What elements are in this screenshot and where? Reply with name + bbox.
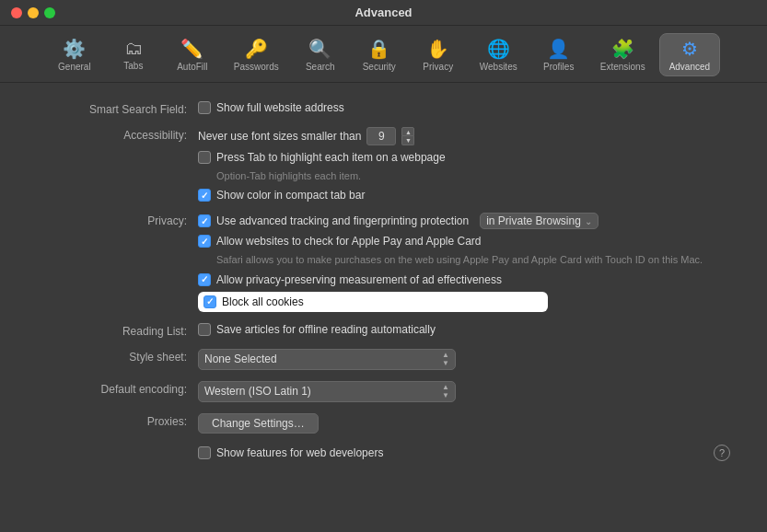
- accessibility-row: Accessibility: Never use font sizes smal…: [37, 127, 730, 202]
- help-button[interactable]: ?: [714, 445, 730, 461]
- extensions-icon: 🧩: [611, 38, 634, 60]
- toolbar: ⚙️ General 🗂 Tabs ✏️ AutoFill 🔑 Password…: [0, 26, 767, 83]
- font-size-up-arrow[interactable]: ▲: [401, 127, 414, 136]
- title-bar: Advanced: [0, 0, 767, 26]
- font-size-down-arrow[interactable]: ▼: [401, 136, 414, 145]
- minimize-button[interactable]: [28, 7, 39, 18]
- encoding-arrows: ▲ ▼: [442, 384, 449, 399]
- content-area: Smart Search Field: Show full website ad…: [0, 83, 767, 517]
- toolbar-item-general[interactable]: ⚙️ General: [47, 33, 102, 76]
- tracking-protection-label: Use advanced tracking and fingerprinting…: [216, 214, 469, 227]
- dropdown-arrow-icon: ⌄: [585, 216, 592, 226]
- in-private-browsing-dropdown[interactable]: in Private Browsing ⌄: [480, 213, 598, 229]
- tracking-protection-checkbox[interactable]: [198, 214, 211, 227]
- default-encoding-value: Western (ISO Latin 1): [204, 385, 311, 398]
- proxies-row: Proxies: Change Settings…: [37, 413, 730, 434]
- toolbar-label-tabs: Tabs: [123, 61, 143, 71]
- apple-pay-row: Allow websites to check for Apple Pay an…: [198, 235, 730, 248]
- font-size-row: Never use font sizes smaller than ▲ ▼: [198, 127, 730, 145]
- reading-list-row: Reading List: Save articles for offline …: [37, 323, 730, 338]
- toolbar-label-security: Security: [363, 62, 396, 72]
- accessibility-label: Accessibility:: [37, 127, 198, 142]
- proxies-label: Proxies:: [37, 413, 198, 428]
- show-full-address-checkbox[interactable]: [198, 101, 211, 114]
- toolbar-item-passwords[interactable]: 🔑 Passwords: [224, 33, 289, 76]
- style-sheet-row: Style sheet: None Selected ▲ ▼: [37, 349, 730, 370]
- reading-list-content: Save articles for offline reading automa…: [198, 323, 730, 336]
- block-cookies-checkbox[interactable]: [203, 295, 216, 308]
- font-size-stepper: ▲ ▼: [401, 127, 414, 145]
- toolbar-label-search: Search: [306, 62, 335, 72]
- apple-pay-subtext: Safari allows you to make purchases on t…: [216, 253, 730, 267]
- websites-icon: 🌐: [487, 38, 510, 60]
- font-size-label: Never use font sizes smaller than: [198, 130, 361, 143]
- change-proxies-button[interactable]: Change Settings…: [198, 413, 319, 434]
- toolbar-item-privacy[interactable]: ✋ Privacy: [411, 33, 466, 76]
- in-private-browsing-label: in Private Browsing: [486, 214, 581, 227]
- close-button[interactable]: [11, 7, 22, 18]
- security-icon: 🔒: [367, 38, 390, 60]
- general-icon: ⚙️: [63, 38, 86, 60]
- toolbar-item-profiles[interactable]: 👤 Profiles: [531, 33, 587, 76]
- tabs-icon: 🗂: [124, 38, 143, 59]
- show-color-checkbox[interactable]: [198, 189, 211, 202]
- font-size-input[interactable]: [366, 127, 396, 145]
- developer-row: Show features for web developers ?: [37, 445, 730, 461]
- privacy-row: Privacy: Use advanced tracking and finge…: [37, 213, 730, 311]
- toolbar-item-websites[interactable]: 🌐 Websites: [470, 33, 528, 76]
- apple-pay-label: Allow websites to check for Apple Pay an…: [216, 235, 482, 248]
- select-down-arrow-icon: ▼: [442, 360, 449, 367]
- profiles-icon: 👤: [547, 38, 570, 60]
- smart-search-field-content: Show full website address: [198, 101, 730, 114]
- toolbar-item-advanced[interactable]: ⚙ Advanced: [659, 33, 720, 76]
- maximize-button[interactable]: [44, 7, 55, 18]
- toolbar-item-autofill[interactable]: ✏️ AutoFill: [165, 33, 220, 76]
- toolbar-label-advanced: Advanced: [669, 62, 710, 72]
- press-tab-label: Press Tab to highlight each item on a we…: [216, 151, 446, 164]
- autofill-icon: ✏️: [180, 38, 203, 60]
- privacy-label: Privacy:: [37, 213, 198, 227]
- ad-measurement-row: Allow privacy-preserving measurement of …: [198, 273, 730, 286]
- save-articles-label: Save articles for offline reading automa…: [216, 323, 436, 336]
- default-encoding-row: Default encoding: Western (ISO Latin 1) …: [37, 381, 730, 402]
- style-sheet-label: Style sheet:: [37, 349, 198, 364]
- toolbar-item-tabs[interactable]: 🗂 Tabs: [106, 33, 161, 76]
- toolbar-label-passwords: Passwords: [234, 62, 279, 72]
- press-tab-checkbox[interactable]: [198, 151, 211, 164]
- show-color-row: Show color in compact tab bar: [198, 189, 730, 202]
- toolbar-item-security[interactable]: 🔒 Security: [352, 33, 407, 76]
- toolbar-label-general: General: [58, 62, 91, 72]
- tracking-protection-row: Use advanced tracking and fingerprinting…: [198, 213, 730, 229]
- encoding-up-arrow-icon: ▲: [442, 384, 449, 391]
- block-cookies-label: Block all cookies: [222, 295, 304, 308]
- block-cookies-row: Block all cookies: [198, 292, 548, 312]
- toolbar-label-websites: Websites: [480, 62, 517, 72]
- toolbar-label-privacy: Privacy: [423, 62, 453, 72]
- save-articles-row: Save articles for offline reading automa…: [198, 323, 730, 336]
- proxies-content: Change Settings…: [198, 413, 730, 434]
- apple-pay-checkbox[interactable]: [198, 235, 211, 248]
- reading-list-label: Reading List:: [37, 323, 198, 338]
- ad-measurement-label: Allow privacy-preserving measurement of …: [216, 273, 502, 286]
- select-up-arrow-icon: ▲: [442, 352, 449, 359]
- style-sheet-arrows: ▲ ▼: [442, 352, 449, 367]
- default-encoding-select[interactable]: Western (ISO Latin 1) ▲ ▼: [198, 381, 456, 402]
- privacy-icon: ✋: [426, 38, 449, 60]
- show-color-label: Show color in compact tab bar: [216, 189, 365, 202]
- ad-measurement-checkbox[interactable]: [198, 273, 211, 286]
- style-sheet-select[interactable]: None Selected ▲ ▼: [198, 349, 456, 370]
- accessibility-content: Never use font sizes smaller than ▲ ▼ Pr…: [198, 127, 730, 202]
- default-encoding-content: Western (ISO Latin 1) ▲ ▼: [198, 381, 730, 402]
- toolbar-item-extensions[interactable]: 🧩 Extensions: [590, 33, 656, 76]
- passwords-icon: 🔑: [245, 38, 268, 60]
- show-full-address-label: Show full website address: [216, 101, 344, 114]
- toolbar-item-search[interactable]: 🔍 Search: [293, 33, 348, 76]
- traffic-lights: [11, 7, 55, 18]
- developer-content: Show features for web developers: [198, 446, 383, 459]
- window-title: Advanced: [354, 6, 412, 19]
- default-encoding-label: Default encoding:: [37, 381, 198, 396]
- style-sheet-value: None Selected: [204, 353, 277, 365]
- save-articles-checkbox[interactable]: [198, 323, 211, 336]
- toolbar-label-profiles: Profiles: [543, 62, 574, 72]
- web-developer-checkbox[interactable]: [198, 446, 211, 459]
